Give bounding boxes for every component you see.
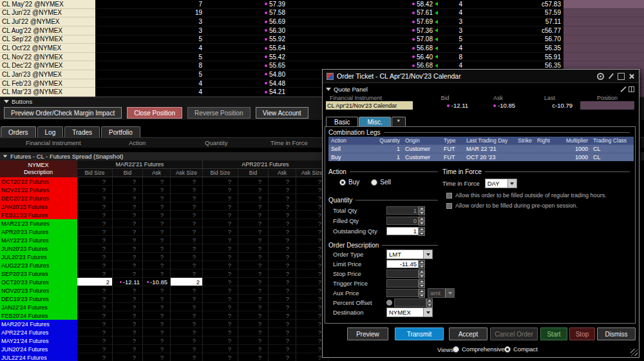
last-price-cell[interactable]: c57.83 — [464, 0, 564, 9]
size-cell[interactable]: 3 — [95, 17, 206, 26]
quote-cell[interactable]: ? — [77, 345, 113, 353]
quote-cell[interactable]: ? — [77, 228, 113, 236]
limit-price-input[interactable]: -11.45 — [386, 260, 419, 268]
quote-cell[interactable]: ? — [171, 202, 203, 211]
size-cell[interactable]: 3 — [438, 26, 464, 35]
last-price-cell[interactable]: 56.70 — [464, 35, 564, 44]
last-price-cell[interactable]: 55.91 — [464, 53, 564, 62]
last-price-cell[interactable]: c56.77 — [464, 26, 564, 35]
quote-cell[interactable]: ? — [269, 278, 296, 286]
quote-row[interactable]: CL Apr'21/Nov'23 Calendar -12.11 -10.85 … — [326, 101, 634, 110]
quote-cell[interactable]: ? — [203, 202, 238, 211]
quote-cell[interactable]: ? — [269, 186, 296, 194]
ask-price-cell[interactable]: 57.36 — [393, 26, 438, 35]
price-column-header[interactable]: Ask Size — [171, 169, 203, 177]
quote-cell[interactable]: ? — [238, 244, 269, 253]
instrument-cell[interactable]: CL Mar'23 @NYMEX — [0, 88, 95, 97]
quote-cell[interactable]: ? — [113, 236, 143, 244]
quote-cell[interactable]: ? — [77, 353, 113, 361]
quote-cell[interactable]: ? — [77, 194, 113, 202]
spinner-stepper[interactable] — [419, 206, 425, 215]
quote-cell[interactable]: ? — [203, 278, 238, 286]
quote-cell[interactable]: ? — [171, 320, 203, 328]
spinner-stepper[interactable] — [419, 260, 425, 269]
quote-cell[interactable]: ? — [238, 303, 269, 311]
size-cell[interactable]: 4 — [438, 0, 464, 9]
quote-cell[interactable]: ? — [113, 211, 143, 219]
quote-cell[interactable]: ? — [113, 244, 143, 253]
settings-gear-icon[interactable] — [597, 73, 604, 80]
quote-cell[interactable]: ? — [113, 219, 143, 228]
quote-cell[interactable]: ? — [203, 253, 238, 261]
quote-cell[interactable]: ? — [203, 353, 238, 361]
quote-cell[interactable]: ? — [143, 286, 171, 295]
transmit-button[interactable]: Transmit — [395, 327, 444, 340]
quote-cell[interactable]: ? — [203, 194, 238, 202]
quote-cell[interactable]: ? — [171, 186, 203, 194]
bid-price-cell[interactable]: 55.92 — [206, 35, 287, 44]
quote-cell[interactable]: ? — [238, 345, 269, 353]
quote-cell[interactable]: ? — [238, 228, 269, 236]
quote-cell[interactable]: ? — [143, 253, 171, 261]
quote-cell[interactable]: ? — [269, 202, 296, 211]
quote-cell[interactable]: ? — [143, 219, 171, 228]
quote-cell[interactable]: ? — [238, 337, 269, 345]
quote-cell[interactable]: ? — [269, 320, 296, 328]
quote-cell[interactable]: ? — [238, 211, 269, 219]
price-column-header[interactable]: Bid Size — [203, 169, 238, 177]
quote-cell[interactable]: ? — [113, 345, 143, 353]
quote-cell[interactable]: ? — [77, 295, 113, 303]
quote-cell[interactable]: ? — [269, 345, 296, 353]
quote-cell[interactable]: ? — [269, 219, 296, 228]
quote-cell[interactable]: ? — [203, 219, 238, 228]
quote-cell[interactable]: ? — [203, 211, 238, 219]
size-cell[interactable]: 8 — [95, 61, 206, 70]
quote-cell[interactable]: ? — [171, 228, 203, 236]
quote-cell[interactable]: ? — [113, 228, 143, 236]
quote-cell[interactable]: ? — [77, 311, 113, 320]
ask-price-cell[interactable]: 57.08 — [393, 35, 438, 44]
instrument-cell[interactable]: CL Aug'22 @NYMEX — [0, 26, 95, 35]
quote-cell[interactable]: ? — [203, 286, 238, 295]
quote-cell[interactable]: ? — [269, 328, 296, 337]
quote-cell[interactable]: ? — [269, 303, 296, 311]
edit-pencil-icon[interactable] — [620, 86, 626, 92]
outstanding-qty-input[interactable]: 1 — [386, 227, 419, 235]
quote-cell[interactable]: ? — [238, 186, 269, 194]
quote-cell[interactable]: ? — [113, 303, 143, 311]
quote-cell[interactable]: ? — [203, 244, 238, 253]
instrument-cell[interactable]: CL Sep'22 @NYMEX — [0, 35, 95, 44]
quote-cell[interactable]: ? — [113, 194, 143, 202]
last-price-cell[interactable]: 57.11 — [464, 17, 564, 26]
spin-down-icon[interactable] — [419, 221, 425, 226]
size-cell[interactable]: 8 — [438, 53, 464, 62]
quote-cell[interactable]: ? — [269, 286, 296, 295]
spinner-stepper[interactable] — [426, 298, 433, 307]
quote-cell[interactable]: ? — [238, 219, 269, 228]
quote-cell[interactable]: ? — [143, 345, 171, 353]
spin-up-icon[interactable] — [419, 217, 425, 221]
size-cell[interactable]: 3 — [95, 26, 206, 35]
price-column-header[interactable]: Bid — [238, 169, 269, 177]
bid-price-cell[interactable]: 57.58 — [206, 9, 287, 18]
quote-cell[interactable]: ? — [269, 311, 296, 320]
quote-cell[interactable]: -12.11 — [113, 278, 143, 286]
quote-cell[interactable]: ? — [171, 311, 203, 320]
quote-cell[interactable]: ? — [77, 261, 113, 269]
quote-cell[interactable]: ? — [143, 211, 171, 219]
quote-cell[interactable]: ? — [143, 261, 171, 269]
quote-cell[interactable]: ? — [143, 337, 171, 345]
quote-cell[interactable]: ? — [143, 228, 171, 236]
quote-cell[interactable]: ? — [113, 202, 143, 211]
quote-cell[interactable]: ? — [238, 353, 269, 361]
quote-cell[interactable]: ? — [238, 320, 269, 328]
quote-cell[interactable]: ? — [171, 253, 203, 261]
quote-cell[interactable]: ? — [171, 345, 203, 353]
instrument-cell[interactable]: CL May'22 @NYMEX — [0, 0, 95, 9]
size-cell[interactable]: 4 — [95, 44, 206, 53]
size-cell[interactable]: 7 — [95, 0, 206, 9]
quote-cell[interactable]: ? — [203, 186, 238, 194]
quote-cell[interactable]: ? — [203, 337, 238, 345]
ask-price-cell[interactable]: 56.68 — [393, 44, 438, 53]
size-cell[interactable]: 5 — [95, 70, 206, 79]
